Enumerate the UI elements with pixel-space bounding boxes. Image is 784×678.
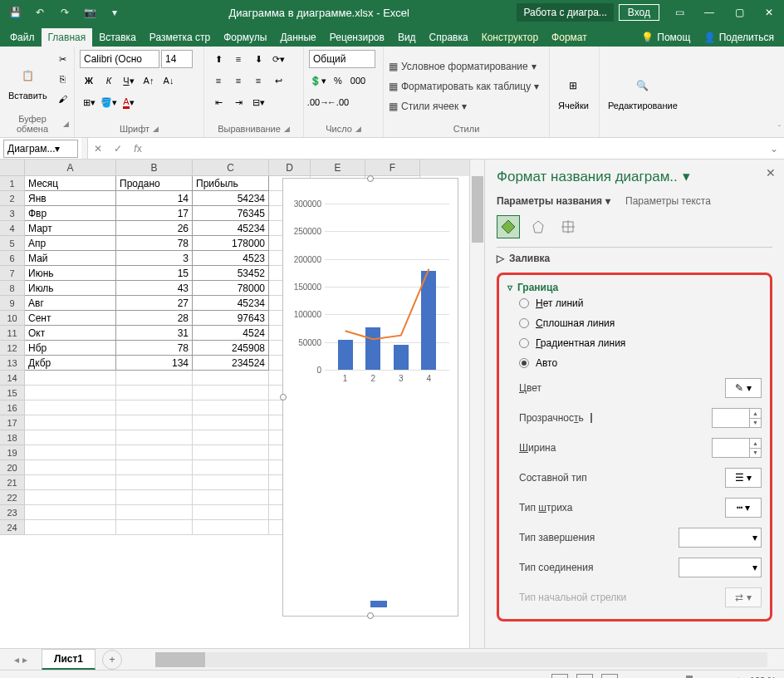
border-width-input[interactable]: ▲▼ bbox=[712, 438, 762, 458]
wrap-text-icon[interactable]: ↩ bbox=[269, 71, 287, 90]
sheet-tab-1[interactable]: Лист1 bbox=[42, 649, 96, 670]
row-header[interactable]: 16 bbox=[0, 400, 25, 415]
decrease-font-icon[interactable]: A↓ bbox=[159, 71, 178, 90]
cell[interactable]: 4523 bbox=[193, 251, 269, 266]
cell[interactable] bbox=[25, 490, 116, 505]
row-header[interactable]: 3 bbox=[0, 206, 25, 221]
tab-review[interactable]: Рецензиров bbox=[323, 28, 391, 47]
formula-input[interactable] bbox=[148, 140, 764, 158]
add-sheet-button[interactable]: + bbox=[102, 650, 122, 670]
cell[interactable]: Окт bbox=[25, 326, 116, 341]
cell[interactable]: 14 bbox=[116, 191, 193, 206]
font-name-combo[interactable]: Calibri (Осно bbox=[80, 50, 159, 68]
cell[interactable]: 134 bbox=[116, 356, 193, 371]
cell[interactable] bbox=[116, 445, 193, 460]
minimize-icon[interactable]: — bbox=[694, 0, 724, 25]
row-header[interactable]: 1 bbox=[0, 176, 25, 191]
cell[interactable]: 178000 bbox=[193, 236, 269, 251]
cell[interactable] bbox=[193, 371, 269, 386]
cell[interactable] bbox=[193, 386, 269, 400]
cell[interactable]: 78000 bbox=[193, 281, 269, 296]
col-header-f[interactable]: F bbox=[365, 160, 420, 176]
fx-icon[interactable]: fx bbox=[128, 140, 148, 158]
collapse-ribbon-icon[interactable]: ˇ bbox=[778, 125, 781, 134]
cell[interactable] bbox=[116, 475, 193, 490]
cell[interactable] bbox=[116, 415, 193, 430]
cell[interactable]: 17 bbox=[116, 206, 193, 221]
cell[interactable] bbox=[116, 386, 193, 400]
camera-icon[interactable]: 📷 bbox=[78, 2, 101, 23]
row-header[interactable]: 20 bbox=[0, 460, 25, 475]
login-button[interactable]: Вход bbox=[619, 4, 659, 21]
align-left-icon[interactable]: ≡ bbox=[209, 71, 228, 90]
zoom-out-icon[interactable]: — bbox=[626, 675, 636, 679]
increase-decimal-icon[interactable]: .00→ bbox=[309, 93, 327, 111]
underline-button[interactable]: Ч ▾ bbox=[120, 71, 138, 90]
chart-plot-area[interactable]: 1234 bbox=[325, 204, 449, 370]
cell[interactable] bbox=[25, 371, 116, 386]
cell[interactable]: 28 bbox=[116, 311, 193, 326]
cell[interactable]: Июль bbox=[25, 281, 116, 296]
cell[interactable]: Фвр bbox=[25, 206, 116, 221]
align-top-icon[interactable]: ⬆ bbox=[209, 50, 228, 68]
cell[interactable] bbox=[25, 475, 116, 490]
horizontal-scrollbar[interactable] bbox=[155, 652, 767, 667]
cell[interactable] bbox=[25, 460, 116, 475]
row-header[interactable]: 21 bbox=[0, 475, 25, 490]
radio-solid-line[interactable]: Сплошная линия bbox=[507, 313, 762, 333]
cell[interactable] bbox=[116, 505, 193, 520]
maximize-icon[interactable]: ▢ bbox=[724, 0, 754, 25]
align-launcher-icon[interactable]: ◢ bbox=[284, 125, 290, 133]
row-header[interactable]: 17 bbox=[0, 415, 25, 430]
increase-indent-icon[interactable]: ⇥ bbox=[229, 93, 247, 111]
conditional-formatting-button[interactable]: ▦ Условное форматирование ▾ bbox=[389, 59, 544, 74]
cell[interactable]: 245908 bbox=[193, 341, 269, 356]
cell[interactable]: Март bbox=[25, 221, 116, 236]
row-header[interactable]: 14 bbox=[0, 371, 25, 386]
row-header[interactable]: 6 bbox=[0, 251, 25, 266]
cell[interactable] bbox=[193, 445, 269, 460]
cell[interactable] bbox=[193, 430, 269, 445]
col-header-e[interactable]: E bbox=[311, 160, 365, 176]
number-launcher-icon[interactable]: ◢ bbox=[355, 125, 361, 133]
undo-icon[interactable]: ↶ bbox=[28, 2, 51, 23]
cell[interactable] bbox=[25, 430, 116, 445]
cell[interactable] bbox=[193, 490, 269, 505]
row-header[interactable]: 11 bbox=[0, 326, 25, 341]
pane-tab-title-options[interactable]: Параметры названия ▾ bbox=[497, 195, 610, 207]
percent-icon[interactable]: % bbox=[329, 71, 347, 90]
page-layout-view-icon[interactable] bbox=[576, 674, 593, 679]
cell[interactable]: 54234 bbox=[193, 191, 269, 206]
row-header[interactable]: 19 bbox=[0, 445, 25, 460]
cell[interactable] bbox=[25, 505, 116, 520]
tab-format[interactable]: Формат bbox=[545, 28, 594, 47]
chart-handle-bottom[interactable] bbox=[367, 612, 374, 619]
tab-home[interactable]: Главная bbox=[42, 28, 93, 47]
row-header[interactable]: 10 bbox=[0, 311, 25, 326]
copy-icon[interactable]: ⎘ bbox=[54, 70, 72, 88]
close-icon[interactable]: ✕ bbox=[754, 0, 784, 25]
cell[interactable]: Янв bbox=[25, 191, 116, 206]
dash-type-picker[interactable]: ┅ ▾ bbox=[725, 498, 762, 518]
cell[interactable] bbox=[25, 400, 116, 415]
redo-icon[interactable]: ↷ bbox=[53, 2, 76, 23]
cell[interactable] bbox=[193, 415, 269, 430]
paste-button[interactable]: 📋 Вставить bbox=[5, 50, 51, 112]
merge-icon[interactable]: ⊟▾ bbox=[249, 93, 267, 111]
cell[interactable]: 53452 bbox=[193, 266, 269, 281]
font-launcher-icon[interactable]: ◢ bbox=[153, 125, 159, 133]
align-right-icon[interactable]: ≡ bbox=[249, 71, 267, 90]
radio-auto[interactable]: Авто bbox=[507, 353, 762, 373]
chart-object[interactable]: 050000100000150000200000250000300000 123… bbox=[282, 178, 458, 617]
zoom-level[interactable]: 100 % bbox=[750, 676, 776, 679]
vertical-scrollbar[interactable] bbox=[469, 160, 484, 648]
col-header-a[interactable]: A bbox=[25, 160, 116, 176]
cell[interactable] bbox=[25, 520, 116, 535]
tab-insert[interactable]: Вставка bbox=[92, 28, 143, 47]
tab-design[interactable]: Конструктор bbox=[475, 28, 545, 47]
col-header-d[interactable]: D bbox=[269, 160, 311, 176]
row-header[interactable]: 23 bbox=[0, 505, 25, 520]
tab-data[interactable]: Данные bbox=[273, 28, 322, 47]
fill-color-icon[interactable]: 🪣▾ bbox=[100, 93, 118, 111]
cell[interactable]: Нбр bbox=[25, 341, 116, 356]
